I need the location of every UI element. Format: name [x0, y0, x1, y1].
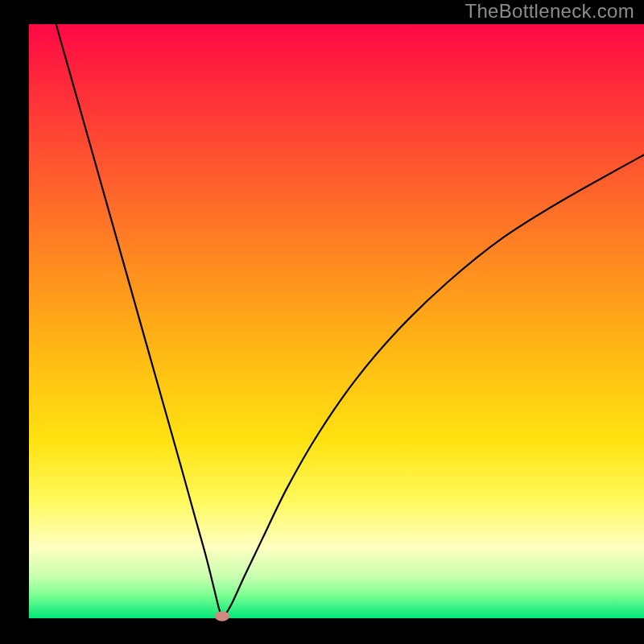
- minimum-marker: [215, 611, 229, 621]
- plot-background: [29, 24, 644, 618]
- bottleneck-chart: [0, 0, 644, 644]
- chart-container: TheBottleneck.com: [0, 0, 644, 644]
- watermark-text: TheBottleneck.com: [464, 0, 634, 23]
